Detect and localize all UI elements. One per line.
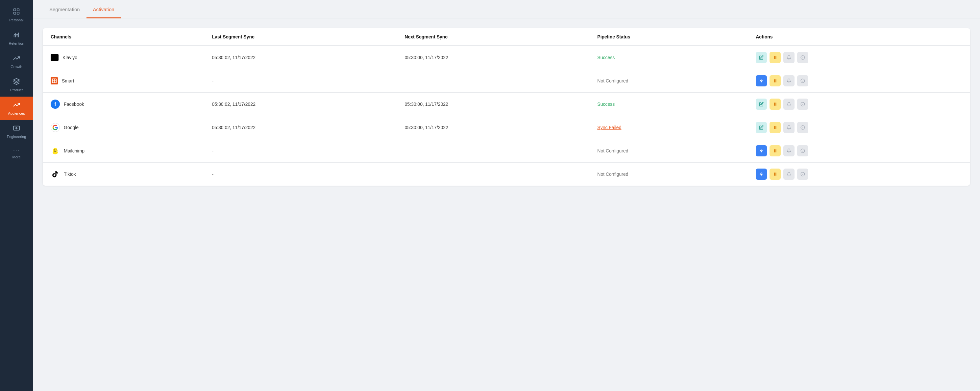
- bell-button[interactable]: [783, 145, 794, 157]
- status-1: Not Configured: [589, 69, 748, 93]
- sidebar-item-personal[interactable]: Personal: [0, 3, 33, 27]
- pause-button[interactable]: [770, 145, 781, 157]
- bolt-button[interactable]: [756, 169, 767, 180]
- status-2: Success: [589, 93, 748, 116]
- bolt-button[interactable]: [756, 145, 767, 157]
- klaviyo-icon: [51, 54, 59, 61]
- channel-cell-facebook: fFacebook: [43, 93, 204, 116]
- svg-point-40: [56, 150, 57, 152]
- facebook-icon: f: [51, 100, 60, 109]
- bolt-button[interactable]: [756, 75, 767, 86]
- next-sync-3: 05:30:00, 11/17/2022: [397, 116, 589, 139]
- last-sync-0: 05:30:02, 11/17/2022: [204, 46, 397, 69]
- engineering-icon: [13, 125, 20, 133]
- sidebar-item-growth-label: Growth: [11, 65, 22, 69]
- table-row: Klaviyo05:30:02, 11/17/202205:30:00, 11/…: [43, 46, 970, 69]
- col-pipeline-status: Pipeline Status: [589, 28, 748, 46]
- actions-0: [748, 46, 970, 69]
- channel-name: Tiktok: [64, 171, 76, 177]
- status-3[interactable]: Sync Failed: [589, 116, 748, 139]
- pause-button[interactable]: [770, 75, 781, 86]
- svg-rect-48: [774, 173, 775, 176]
- table-row: Smart-Not Configured: [43, 69, 970, 93]
- actions-cell-4: [756, 145, 962, 157]
- next-sync-5: [397, 163, 589, 186]
- channel-name: Smart: [62, 78, 74, 84]
- sidebar-item-more[interactable]: ··· More: [0, 143, 33, 164]
- sidebar: Personal Retention Growth: [0, 0, 33, 391]
- more-icon: ···: [13, 148, 19, 153]
- tab-bar: Segmentation Activation: [33, 0, 980, 18]
- status-badge[interactable]: Sync Failed: [597, 125, 621, 130]
- status-4: Not Configured: [589, 139, 748, 163]
- main-content: Segmentation Activation Channels Last Se…: [33, 0, 980, 391]
- actions-cell-2: [756, 98, 962, 110]
- svg-rect-0: [14, 9, 16, 11]
- table-header-row: Channels Last Segment Sync Next Segment …: [43, 28, 970, 46]
- growth-icon: [13, 55, 20, 63]
- status-badge: Success: [597, 55, 615, 60]
- bell-button[interactable]: [783, 122, 794, 133]
- retention-icon: [13, 31, 20, 40]
- svg-rect-43: [775, 149, 776, 152]
- col-next-sync: Next Segment Sync: [397, 28, 589, 46]
- google-icon: [51, 123, 60, 132]
- info-button[interactable]: [797, 122, 808, 133]
- smart-icon: [51, 77, 58, 84]
- pause-button[interactable]: [770, 52, 781, 63]
- sidebar-item-more-label: More: [12, 155, 21, 159]
- bell-button[interactable]: [783, 98, 794, 110]
- svg-marker-41: [760, 149, 763, 153]
- sidebar-item-engineering[interactable]: Engineering: [0, 120, 33, 143]
- tab-activation[interactable]: Activation: [86, 0, 121, 18]
- sidebar-item-product[interactable]: Product: [0, 73, 33, 97]
- content-area: Channels Last Segment Sync Next Segment …: [33, 18, 980, 391]
- pause-button[interactable]: [770, 98, 781, 110]
- sidebar-item-product-label: Product: [10, 88, 23, 92]
- sidebar-item-audiences[interactable]: Audiences: [0, 97, 33, 120]
- sidebar-item-audiences-label: Audiences: [8, 111, 25, 116]
- svg-rect-42: [774, 149, 775, 152]
- svg-rect-12: [774, 56, 775, 59]
- info-button[interactable]: [797, 145, 808, 157]
- status-badge: Not Configured: [597, 148, 628, 154]
- pause-button[interactable]: [770, 122, 781, 133]
- svg-rect-31: [774, 126, 775, 129]
- actions-cell-5: [756, 169, 962, 180]
- last-sync-2: 05:30:02, 11/17/2022: [204, 93, 397, 116]
- status-0: Success: [589, 46, 748, 69]
- svg-marker-20: [760, 79, 763, 83]
- bell-button[interactable]: [783, 52, 794, 63]
- edit-button[interactable]: [756, 52, 767, 63]
- last-sync-5: -: [204, 163, 397, 186]
- edit-button[interactable]: [756, 122, 767, 133]
- channel-cell-tiktok: Tiktok: [43, 163, 204, 186]
- sidebar-item-growth[interactable]: Growth: [0, 50, 33, 73]
- status-badge: Not Configured: [597, 78, 628, 84]
- svg-point-38: [54, 149, 55, 150]
- table-row: Tiktok-Not Configured: [43, 163, 970, 186]
- info-button[interactable]: [797, 52, 808, 63]
- last-sync-4: -: [204, 139, 397, 163]
- svg-marker-47: [760, 172, 763, 176]
- sidebar-item-personal-label: Personal: [9, 18, 23, 22]
- info-button[interactable]: [797, 169, 808, 180]
- info-button[interactable]: [797, 75, 808, 86]
- product-icon: [13, 78, 20, 86]
- actions-4: [748, 139, 970, 163]
- svg-rect-13: [775, 56, 776, 59]
- next-sync-4: [397, 139, 589, 163]
- actions-cell-3: [756, 122, 962, 133]
- bell-button[interactable]: [783, 169, 794, 180]
- channel-cell-klaviyo: Klaviyo: [43, 46, 204, 69]
- sidebar-item-retention[interactable]: Retention: [0, 27, 33, 50]
- tab-segmentation[interactable]: Segmentation: [43, 0, 86, 18]
- svg-rect-32: [775, 126, 776, 129]
- pause-button[interactable]: [770, 169, 781, 180]
- actions-1: [748, 69, 970, 93]
- edit-button[interactable]: [756, 98, 767, 110]
- svg-rect-3: [17, 12, 19, 14]
- info-button[interactable]: [797, 98, 808, 110]
- bell-button[interactable]: [783, 75, 794, 86]
- actions-3: [748, 116, 970, 139]
